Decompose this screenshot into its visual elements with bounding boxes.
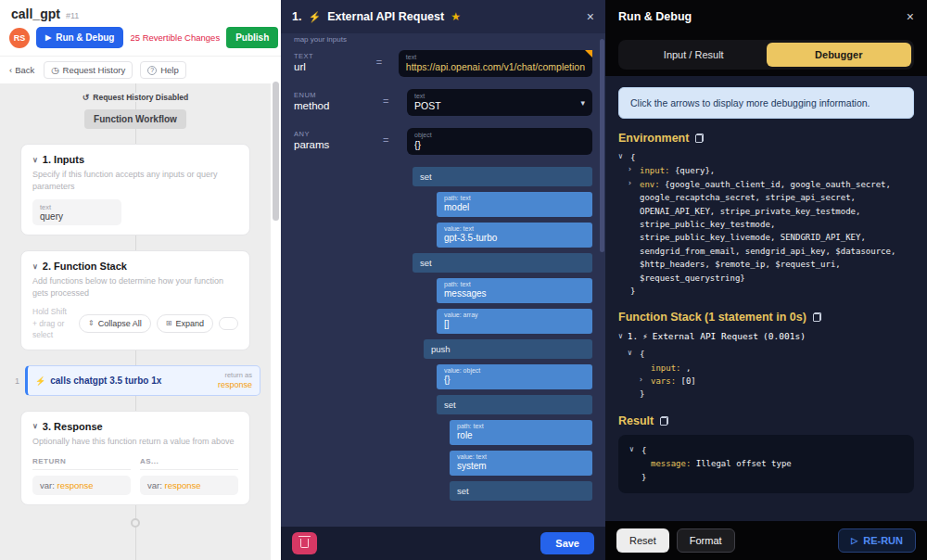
field-row-params: ANY params = object {} bbox=[294, 128, 592, 155]
stack-row-label: calls chatgpt 3.5 turbo 1x bbox=[50, 375, 161, 386]
save-button[interactable]: Save bbox=[540, 532, 594, 554]
copy-icon[interactable] bbox=[813, 312, 821, 322]
url-input[interactable]: text https://api.openai.com/v1/chat/comp… bbox=[399, 50, 592, 77]
input-query-chip[interactable]: text query bbox=[32, 199, 121, 225]
set-block-header[interactable]: set bbox=[413, 167, 592, 186]
run-debug-panel: Run & Debug × Input / Result Debugger Cl… bbox=[605, 0, 927, 560]
request-history-link[interactable]: ◷ Request History bbox=[44, 61, 133, 79]
push-block-header[interactable]: push bbox=[424, 339, 592, 359]
chevron-down-icon[interactable]: ∨ bbox=[628, 348, 632, 360]
close-icon[interactable]: × bbox=[587, 9, 594, 24]
function-stack-section-header[interactable]: ∨ 2. Function Stack bbox=[32, 261, 238, 272]
help-link[interactable]: ? Help bbox=[140, 61, 186, 79]
field-row-url: TEXT url = text https://api.openai.com/v… bbox=[294, 50, 592, 77]
params-input[interactable]: object {} bbox=[407, 128, 592, 155]
workflow-end-node bbox=[131, 518, 140, 528]
equals-sign: = bbox=[383, 89, 407, 107]
tab-input-result[interactable]: Input / Result bbox=[621, 43, 767, 67]
back-link[interactable]: ‹ Back bbox=[7, 62, 36, 78]
set-path-box[interactable]: path: text messages bbox=[437, 278, 592, 303]
method-value: POST bbox=[414, 100, 585, 111]
value-type-label: text bbox=[406, 54, 585, 60]
response-title: 3. Response bbox=[43, 421, 103, 432]
env-env-line: › env: {google_oauth_client_id, google_o… bbox=[628, 178, 914, 285]
trash-icon bbox=[300, 539, 309, 548]
equals-sign: = bbox=[383, 128, 407, 146]
push-value-box[interactable]: value: object {} bbox=[437, 364, 592, 389]
info-banner: Click the arrows to display more debuggi… bbox=[618, 87, 914, 119]
delete-button[interactable] bbox=[292, 532, 317, 554]
set-value-box[interactable]: value: text system bbox=[450, 451, 592, 476]
chevron-right-icon[interactable]: › bbox=[639, 375, 643, 387]
response-description: Optionally have this function return a v… bbox=[32, 436, 238, 448]
set-block-header[interactable]: set bbox=[450, 481, 592, 501]
collapse-all-button[interactable]: ⇕ Collapse All bbox=[79, 314, 151, 333]
set-block-header[interactable]: set bbox=[413, 253, 592, 273]
return-as-value: response bbox=[218, 380, 252, 390]
set-path-box[interactable]: path: text model bbox=[437, 192, 592, 217]
return-var-chip[interactable]: var: response bbox=[32, 476, 131, 495]
stack-item-external-api[interactable]: ∨ 1. ⚡ External API Request (0.001s) bbox=[618, 331, 914, 341]
chevron-down-icon[interactable]: ∨ bbox=[629, 444, 634, 456]
value-type-label: text bbox=[414, 93, 585, 99]
stack-row-number: 1 bbox=[10, 376, 19, 386]
drag-handle[interactable] bbox=[219, 317, 238, 330]
field-type: ENUM bbox=[294, 91, 383, 99]
reset-button[interactable]: Reset bbox=[616, 528, 669, 553]
left-scrollbar[interactable] bbox=[273, 82, 279, 221]
copy-icon[interactable] bbox=[660, 416, 668, 426]
workflow-panel: call_gpt #11 RS ▶ Run & Debug 25 Reverti… bbox=[0, 0, 281, 560]
tab-debugger[interactable]: Debugger bbox=[767, 43, 912, 67]
as-var-chip[interactable]: var: response bbox=[140, 476, 238, 495]
return-as-label: return as bbox=[218, 371, 252, 379]
function-workflow-badge: Function Workflow bbox=[84, 109, 186, 129]
run-debug-title: Run & Debug bbox=[618, 10, 692, 23]
chevron-down-icon[interactable]: ∨ bbox=[618, 151, 623, 163]
history-icon: ↺ bbox=[83, 93, 90, 102]
version-badge: #11 bbox=[66, 11, 79, 20]
workflow-canvas: ↺ Request History Disabled Function Work… bbox=[0, 83, 271, 560]
chevron-down-icon: ∨ bbox=[32, 262, 38, 271]
method-dropdown[interactable]: text POST ▾ bbox=[407, 89, 592, 116]
favorite-star-icon[interactable]: ★ bbox=[451, 10, 461, 23]
format-button[interactable]: Format bbox=[677, 528, 735, 553]
set-value-box[interactable]: value: text gpt-3.5-turbo bbox=[437, 223, 592, 248]
run-debug-header: Run & Debug × bbox=[605, 0, 927, 33]
copy-icon[interactable] bbox=[695, 134, 704, 143]
function-stack-card: ∨ 2. Function Stack Add functions below … bbox=[20, 250, 250, 350]
input-name-label: query bbox=[40, 211, 114, 222]
rerun-label: RE-RUN bbox=[863, 535, 903, 546]
function-stack-description: Add functions below to determine how you… bbox=[32, 275, 238, 299]
chevron-right-icon[interactable]: › bbox=[628, 164, 632, 176]
avatar[interactable]: RS bbox=[9, 28, 30, 48]
revertible-changes-link[interactable]: 25 Revertible Changes bbox=[130, 32, 220, 43]
play-icon: ▶ bbox=[45, 33, 51, 42]
chevron-right-icon[interactable]: › bbox=[628, 178, 632, 190]
rerun-button[interactable]: ▷ RE-RUN bbox=[838, 528, 916, 553]
debug-tabs: Input / Result Debugger bbox=[605, 33, 927, 76]
as-column: AS... var: response bbox=[140, 457, 238, 495]
return-column: RETURN var: response bbox=[32, 457, 131, 495]
middle-scrollbar[interactable] bbox=[600, 39, 604, 252]
page-title-row: call_gpt #11 bbox=[0, 0, 281, 23]
run-debug-label: Run & Debug bbox=[56, 32, 114, 43]
debug-tabs-inner: Input / Result Debugger bbox=[618, 40, 914, 70]
request-history-disabled-note: ↺ Request History Disabled bbox=[77, 93, 195, 102]
set-block-header[interactable]: set bbox=[437, 395, 592, 414]
input-type-label: text bbox=[40, 203, 114, 211]
publish-button[interactable]: Publish bbox=[226, 27, 278, 48]
function-editor-header: 1. ⚡ External API Request ★ × bbox=[281, 0, 605, 33]
var-value: response bbox=[57, 480, 93, 490]
expand-button[interactable]: ⊞ Expand bbox=[157, 314, 213, 333]
return-column-header: RETURN bbox=[32, 457, 131, 470]
stack-row-call-chatgpt[interactable]: ⚡ calls chatgpt 3.5 turbo 1x return as r… bbox=[25, 365, 260, 396]
run-debug-button[interactable]: ▶ Run & Debug bbox=[36, 27, 123, 48]
inputs-section-header[interactable]: ∨ 1. Inputs bbox=[32, 154, 238, 165]
response-section-header[interactable]: ∨ 3. Response bbox=[32, 421, 238, 432]
stack-vars-line: › vars: [0] bbox=[639, 375, 914, 388]
set-path-box[interactable]: path: text role bbox=[450, 420, 592, 445]
function-editor-panel: 1. ⚡ External API Request ★ × map your i… bbox=[281, 0, 605, 560]
set-value-box[interactable]: value: array [] bbox=[437, 309, 592, 334]
close-icon[interactable]: × bbox=[907, 9, 914, 24]
field-type: TEXT bbox=[294, 52, 376, 60]
